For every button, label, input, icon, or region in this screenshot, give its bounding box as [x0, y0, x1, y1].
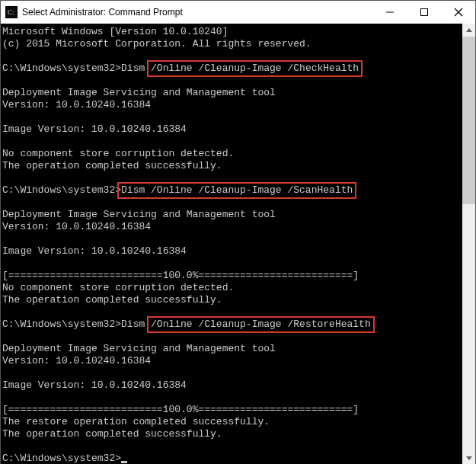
tool-version-line: Version: 10.0.10240.16384 [2, 355, 151, 366]
svg-text:C:: C: [8, 8, 14, 16]
scroll-down-button[interactable] [462, 452, 475, 464]
titlebar[interactable]: C: Select Administrator: Command Prompt [1, 1, 475, 24]
svg-marker-8 [466, 456, 472, 460]
os-version-line: Microsoft Windows [Version 10.0.10240] [2, 26, 228, 37]
terminal-output[interactable]: Microsoft Windows [Version 10.0.10240] (… [1, 24, 462, 464]
cmd-icon: C: [5, 6, 18, 18]
no-corruption-line: No component store corruption detected. [2, 282, 234, 293]
tool-name-line: Deployment Image Servicing and Managemen… [2, 343, 276, 354]
minimize-button[interactable] [372, 1, 407, 24]
copyright-line: (c) 2015 Microsoft Corporation. All righ… [2, 38, 311, 50]
window-title: Select Administrator: Command Prompt [22, 7, 183, 18]
close-button[interactable] [441, 1, 475, 24]
scroll-thumb[interactable] [462, 37, 475, 204]
operation-success-line: The operation completed successfully. [2, 160, 222, 171]
operation-success-line: The operation completed successfully. [2, 294, 222, 306]
command-prompt-window: C: Select Administrator: Command Prompt … [0, 0, 476, 464]
tool-version-line: Version: 10.0.10240.16384 [2, 221, 151, 232]
svg-rect-4 [420, 9, 427, 16]
operation-success-line: The operation completed successfully. [2, 428, 222, 440]
prompt-text: C:\Windows\system32> [2, 453, 121, 464]
image-version-line: Image Version: 10.0.10240.16384 [2, 379, 187, 391]
progress-bar-line: [==========================100.0%=======… [2, 270, 359, 281]
image-version-line: Image Version: 10.0.10240.16384 [2, 245, 187, 257]
image-version-line: Image Version: 10.0.10240.16384 [2, 123, 187, 135]
tool-name-line: Deployment Image Servicing and Managemen… [2, 87, 276, 98]
maximize-button[interactable] [407, 1, 441, 24]
highlight-restorehealth: /Online /Cleanup-Image /RestoreHealth [147, 316, 375, 333]
content-area: Microsoft Windows [Version 10.0.10240] (… [1, 24, 475, 464]
highlight-scanhealth: Dism /Online /Cleanup-Image /ScanHealth [117, 182, 356, 199]
svg-marker-7 [466, 28, 472, 32]
prompt-text: C:\Windows\system32> [2, 318, 121, 330]
tool-version-line: Version: 10.0.10240.16384 [2, 99, 151, 110]
no-corruption-line: No component store corruption detected. [2, 148, 234, 159]
vertical-scrollbar[interactable] [462, 24, 475, 464]
restore-success-line: The restore operation completed successf… [2, 416, 270, 427]
progress-bar-line: [==========================100.0%=======… [2, 404, 359, 415]
scroll-up-button[interactable] [462, 24, 475, 37]
prompt-text: C:\Windows\system32> [2, 184, 121, 196]
highlight-checkhealth: /Online /Cleanup-Image /CheckHealth [147, 60, 363, 77]
cursor [121, 461, 127, 463]
tool-name-line: Deployment Image Servicing and Managemen… [2, 209, 276, 220]
prompt-text: C:\Windows\system32> [2, 62, 121, 74]
